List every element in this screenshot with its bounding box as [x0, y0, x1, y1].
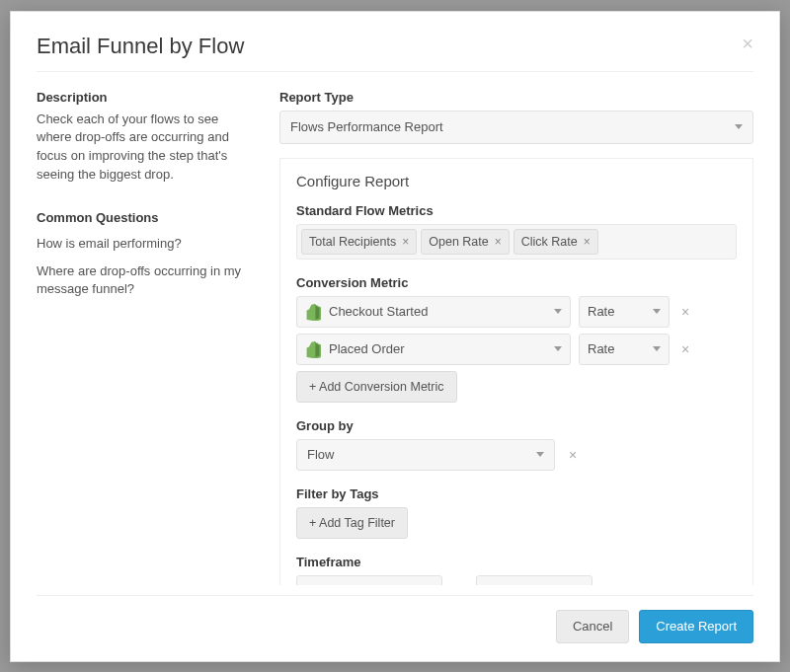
- modal-header: Email Funnel by Flow ×: [37, 34, 753, 72]
- chevron-down-icon: [554, 346, 562, 351]
- conversion-agg-value: Rate: [588, 341, 614, 356]
- filter-tags-label: Filter by Tags: [296, 486, 737, 501]
- common-question-item: Where are drop-offs occurring in my mess…: [37, 262, 254, 298]
- modal-dialog: Email Funnel by Flow × Description Check…: [10, 11, 780, 662]
- create-report-button[interactable]: Create Report: [639, 610, 753, 643]
- form-area: Report Type Flows Performance Report Con…: [279, 90, 753, 585]
- remove-group-icon[interactable]: ×: [565, 447, 581, 463]
- chip-label: Total Recipients: [309, 235, 396, 249]
- group-by-label: Group by: [296, 418, 737, 433]
- remove-chip-icon[interactable]: ×: [584, 235, 591, 249]
- conversion-metric-value: Checkout Started: [329, 304, 428, 319]
- remove-chip-icon[interactable]: ×: [495, 235, 502, 249]
- conversion-metric-row: Checkout Started Rate ×: [296, 296, 737, 328]
- modal-body: Description Check each of your flows to …: [37, 90, 753, 585]
- conversion-agg-select[interactable]: Rate: [579, 334, 670, 365]
- description-heading: Description: [37, 90, 254, 105]
- chevron-down-icon: [653, 346, 661, 351]
- add-tag-filter-button[interactable]: + Add Tag Filter: [296, 507, 408, 539]
- timeframe-sent-value: Sent Last Week: [307, 583, 398, 585]
- timeframe-range-value: Entire Range: [487, 583, 562, 585]
- conversion-metric-select[interactable]: Checkout Started: [296, 296, 571, 328]
- metric-chip: Total Recipients ×: [301, 229, 417, 255]
- metric-chip: Open Rate ×: [421, 229, 509, 255]
- conversion-agg-select[interactable]: Rate: [579, 296, 670, 328]
- chip-label: Open Rate: [429, 235, 488, 249]
- modal-title: Email Funnel by Flow: [37, 34, 244, 59]
- conversion-label: Conversion Metric: [296, 275, 737, 290]
- conversion-metric-value: Placed Order: [329, 341, 405, 356]
- chevron-down-icon: [536, 452, 544, 457]
- metric-chip: Click Rate ×: [514, 229, 598, 255]
- configure-report-box: Configure Report Standard Flow Metrics T…: [279, 158, 753, 585]
- modal-footer: Cancel Create Report: [37, 595, 753, 643]
- configure-title: Configure Report: [296, 173, 737, 189]
- timeframe-range-select[interactable]: Entire Range: [476, 575, 592, 585]
- timeframe-by-text: by: [452, 583, 466, 585]
- report-type-value: Flows Performance Report: [290, 119, 443, 134]
- cancel-button[interactable]: Cancel: [556, 610, 629, 643]
- group-by-value: Flow: [307, 447, 334, 462]
- standard-metrics-chips[interactable]: Total Recipients × Open Rate × Click Rat…: [296, 224, 737, 260]
- conversion-metric-row: Placed Order Rate ×: [296, 334, 737, 365]
- timeframe-label: Timeframe: [296, 555, 737, 569]
- remove-row-icon[interactable]: ×: [677, 304, 693, 320]
- report-type-label: Report Type: [279, 90, 753, 105]
- remove-row-icon[interactable]: ×: [677, 341, 693, 357]
- conversion-agg-value: Rate: [588, 304, 614, 319]
- chevron-down-icon: [735, 124, 743, 129]
- group-by-section: Group by Flow ×: [296, 418, 737, 471]
- description-text: Check each of your flows to see where dr…: [37, 111, 254, 185]
- timeframe-sent-select[interactable]: Sent Last Week: [296, 575, 442, 585]
- sidebar: Description Check each of your flows to …: [37, 90, 254, 585]
- add-conversion-metric-button[interactable]: + Add Conversion Metric: [296, 371, 457, 403]
- close-icon[interactable]: ×: [742, 34, 753, 53]
- conversion-metric-section: Conversion Metric Checkout Started: [296, 275, 737, 403]
- standard-metrics-label: Standard Flow Metrics: [296, 203, 737, 218]
- timeframe-section: Timeframe Sent Last Week by Entire Range: [296, 555, 737, 585]
- conversion-metric-select[interactable]: Placed Order: [296, 334, 571, 365]
- common-questions: Common Questions How is email performing…: [37, 210, 254, 299]
- chevron-down-icon: [554, 309, 562, 314]
- report-type-select[interactable]: Flows Performance Report: [279, 111, 753, 144]
- common-question-item: How is email performing?: [37, 235, 254, 253]
- chevron-down-icon: [653, 309, 661, 314]
- chip-label: Click Rate: [521, 235, 578, 249]
- filter-tags-section: Filter by Tags + Add Tag Filter: [296, 486, 737, 539]
- group-by-select[interactable]: Flow: [296, 439, 555, 471]
- shopify-icon: [305, 303, 321, 321]
- remove-chip-icon[interactable]: ×: [402, 235, 409, 249]
- shopify-icon: [305, 340, 321, 358]
- common-questions-heading: Common Questions: [37, 210, 254, 225]
